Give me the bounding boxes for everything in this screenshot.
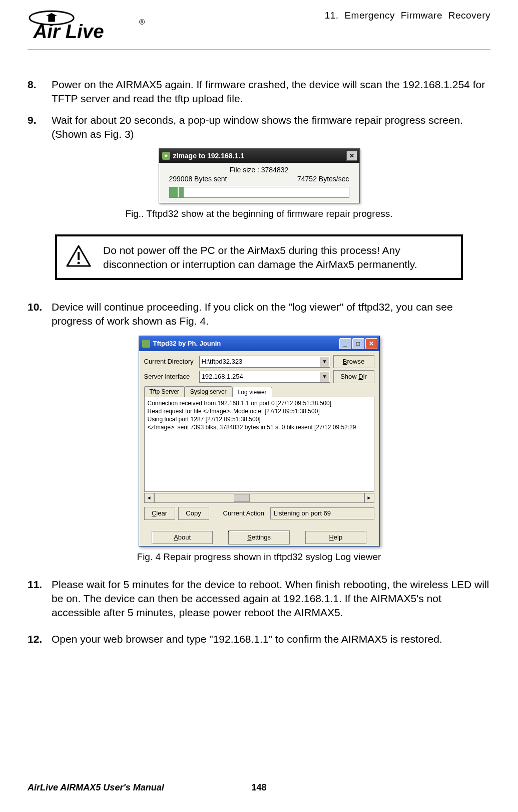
chapter-title: 11. Emergency Firmware Recovery — [325, 10, 490, 21]
about-button[interactable]: About — [152, 531, 213, 544]
svg-point-4 — [78, 262, 80, 264]
current-directory-value: H:\tftpd32.323 — [202, 358, 243, 365]
tftpd32-main-dialog: Tftpd32 by Ph. Jounin _ □ ✕ Current Dire… — [139, 336, 380, 547]
brand-logo: Air Live ® — [28, 9, 153, 44]
current-directory-label: Current Directory — [144, 358, 199, 365]
step-number: 11. — [28, 578, 52, 620]
step-number: 8. — [28, 78, 52, 106]
step-text: Power on the AIRMAX5 again. If firmware … — [52, 78, 490, 106]
chevron-down-icon[interactable]: ▼ — [320, 357, 329, 367]
step-11: 11. Please wait for 5 minutes for the de… — [28, 578, 490, 620]
page-number: 148 — [251, 782, 266, 793]
manual-title: AirLive AIRMAX5 User's Manual — [28, 782, 164, 793]
tftp-transfer-dialog: ✦ zImage to 192.168.1.1 ✕ File size : 37… — [159, 148, 360, 203]
tab-log-viewer[interactable]: Log viewer — [232, 387, 272, 397]
log-viewer-area: Connection received from 192.168.1.1 on … — [144, 397, 374, 492]
step-text: Wait for about 20 seconds, a pop-up wind… — [52, 113, 490, 142]
step-number: 12. — [28, 632, 52, 646]
log-line: Using local port 1287 [27/12 09:51:38.50… — [148, 415, 371, 423]
svg-text:Air Live: Air Live — [33, 21, 104, 42]
scroll-left-button[interactable]: ◄ — [144, 493, 154, 503]
scroll-track[interactable] — [154, 493, 364, 503]
app-icon — [142, 340, 150, 348]
clear-button[interactable]: Clear — [144, 507, 175, 520]
warning-box: Do not power off the PC or the AirMax5 d… — [55, 234, 463, 280]
horizontal-scrollbar[interactable]: ◄ ► — [144, 493, 374, 503]
step-number: 9. — [28, 113, 52, 142]
help-button[interactable]: Help — [305, 531, 366, 544]
log-line: Connection received from 192.168.1.1 on … — [148, 399, 371, 407]
progress-bar — [169, 187, 349, 198]
figure-caption-4: Fig. 4 Repair progress shown in tftpd32 … — [28, 552, 490, 563]
chevron-down-icon[interactable]: ▼ — [320, 372, 329, 382]
step-12: 12. Open your web browser and type "192.… — [28, 632, 490, 646]
current-action-field: Listening on port 69 — [270, 507, 374, 519]
dialog-title: zImage to 192.168.1.1 — [173, 152, 346, 160]
warning-text: Do not power off the PC or the AirMax5 d… — [103, 243, 452, 271]
close-button[interactable]: ✕ — [365, 338, 377, 349]
dialog-title: Tftpd32 by Ph. Jounin — [153, 340, 338, 347]
file-size-text: File size : 3784832 — [169, 166, 349, 174]
scroll-thumb[interactable] — [234, 494, 250, 502]
close-button[interactable]: ✕ — [346, 151, 357, 161]
log-line: Read request for file <zImage>. Mode oct… — [148, 407, 371, 415]
step-9: 9. Wait for about 20 seconds, a pop-up w… — [28, 113, 490, 142]
step-8: 8. Power on the AIRMAX5 again. If firmwa… — [28, 78, 490, 106]
current-action-value: Listening on port 69 — [274, 509, 331, 517]
server-interface-value: 192.168.1.254 — [202, 373, 243, 380]
step-number: 10. — [28, 300, 52, 329]
scroll-right-button[interactable]: ► — [364, 493, 374, 503]
step-10: 10. Device will continue proceeding. If … — [28, 300, 490, 329]
server-interface-combo[interactable]: 192.168.1.254 ▼ — [199, 371, 330, 383]
current-action-label: Current Action — [223, 509, 264, 517]
app-icon: ✦ — [162, 152, 170, 160]
bytes-sec-text: 74752 Bytes/sec — [297, 175, 349, 183]
settings-button[interactable]: Settings — [228, 531, 289, 544]
tab-tftp-server[interactable]: Tftp Server — [144, 386, 185, 397]
minimize-button[interactable]: _ — [339, 338, 351, 349]
step-text: Please wait for 5 minutes for the device… — [52, 578, 490, 620]
server-interface-label: Server interface — [144, 373, 199, 380]
show-dir-button[interactable]: Show Dir — [333, 370, 374, 383]
step-text: Device will continue proceeding. If you … — [52, 300, 490, 329]
current-directory-combo[interactable]: H:\tftpd32.323 ▼ — [199, 356, 330, 368]
copy-button[interactable]: Copy — [178, 507, 209, 520]
warning-icon — [66, 245, 93, 269]
figure-caption-3: Fig.. Tftpd32 show at the beginning of f… — [28, 208, 490, 219]
svg-text:®: ® — [139, 18, 145, 26]
maximize-button[interactable]: □ — [352, 338, 364, 349]
tab-syslog-server[interactable]: Syslog server — [185, 386, 232, 397]
header-rule — [28, 49, 490, 50]
browse-button[interactable]: Browse — [333, 355, 374, 368]
step-text: Open your web browser and type "192.168.… — [52, 632, 490, 646]
log-line: <zImage>: sent 7393 blks, 3784832 bytes … — [148, 423, 371, 431]
bytes-sent-text: 299008 Bytes sent — [169, 175, 227, 183]
